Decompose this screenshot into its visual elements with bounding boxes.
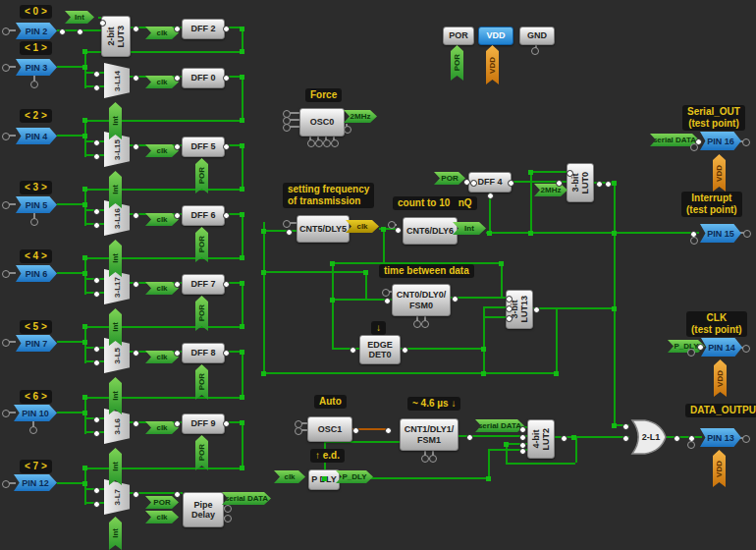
net-wire[interactable] [84, 326, 242, 328]
vtag-int-l7[interactable]: Int [109, 517, 122, 550]
net-wire[interactable] [263, 372, 556, 374]
net-wire[interactable] [242, 77, 243, 120]
net-wire[interactable] [84, 51, 86, 88]
pin-10[interactable]: PIN 10 [14, 405, 57, 421]
block-dff6[interactable]: DFF 6 [182, 205, 225, 226]
mux-3-l17[interactable]: 3-L17 [104, 269, 130, 304]
net-wire[interactable] [399, 348, 483, 350]
block-cnt1-dly1-fsm1[interactable]: CNT1/DLY1/ FSM1 [400, 418, 459, 451]
vtag-por-dff7[interactable]: POR [195, 296, 208, 331]
pin-12[interactable]: PIN 12 [14, 474, 57, 491]
net-wire[interactable] [483, 316, 506, 318]
block-cnt5-dly5[interactable]: CNT5/DLY5 [297, 215, 350, 243]
block-4bit-lut2[interactable]: 4-bit LUT2 [527, 419, 555, 459]
tag-clk-cnt5[interactable]: clk [346, 220, 379, 233]
net-wire[interactable] [84, 397, 86, 434]
net-label-2[interactable]: < 2 > [20, 109, 52, 123]
tag-clk-pipe[interactable]: clk [145, 511, 179, 523]
mux-3-l5[interactable]: 3-L5 [104, 338, 130, 373]
pin-7[interactable]: PIN 7 [16, 335, 57, 352]
net-wire[interactable] [365, 271, 367, 300]
net-wire[interactable] [84, 468, 242, 469]
pin-5[interactable]: PIN 5 [16, 196, 57, 213]
pin-13[interactable]: PIN 13 [700, 428, 741, 447]
net-label-4[interactable]: < 4 > [20, 249, 52, 263]
down-arrow-label[interactable]: ↓ [371, 321, 386, 335]
tag-2mhz-osc0[interactable]: 2MHz [344, 110, 377, 123]
or-gate-2-l1[interactable]: 2-L1 [629, 418, 669, 456]
vtag-vdd-pin14[interactable]: VDD [714, 359, 727, 397]
vtag-int-l15[interactable]: Int [109, 171, 122, 208]
net-wire[interactable] [242, 352, 243, 397]
net-wire[interactable] [57, 412, 84, 413]
net-wire[interactable] [486, 232, 699, 234]
clk-testpoint-label[interactable]: CLK (test point) [686, 311, 747, 337]
tag-int-cnt6[interactable]: Int [453, 222, 486, 235]
vtag-por-dff9[interactable]: POR [195, 435, 208, 470]
mux-3-l6[interactable]: 3-L6 [104, 409, 130, 444]
freq-label[interactable]: setting frequency of transmission [283, 183, 374, 208]
block-3bit-lut0[interactable]: 3-bit LUT0 [567, 163, 594, 202]
delay-label[interactable]: ~ 4.6 µs ↓ [407, 397, 460, 411]
net-wire[interactable] [242, 145, 243, 189]
net-wire[interactable] [84, 326, 86, 363]
pin-15[interactable]: PIN 15 [700, 224, 741, 243]
block-por[interactable]: POR [443, 27, 474, 45]
net-wire[interactable] [84, 120, 86, 157]
net-wire[interactable] [290, 112, 299, 114]
net-wire[interactable] [84, 189, 242, 191]
net-label-5[interactable]: < 5 > [20, 320, 52, 334]
mux-3-l14[interactable]: 3-L14 [104, 63, 130, 98]
net-wire[interactable] [483, 306, 506, 308]
tag-2mhz-lut0[interactable]: 2MHz [534, 184, 567, 196]
vtag-vdd-block[interactable]: VDD [486, 45, 499, 84]
pin-4[interactable]: PIN 4 [16, 128, 57, 144]
tag-clk-pdly[interactable]: clk [274, 470, 305, 483]
net-wire[interactable] [84, 257, 86, 295]
net-wire[interactable] [57, 203, 84, 205]
tag-por-dff4[interactable]: POR [434, 172, 465, 185]
net-wire[interactable] [501, 262, 503, 298]
net-wire[interactable] [57, 66, 84, 68]
net-label-7[interactable]: < 7 > [20, 460, 52, 473]
vtag-por-dff8[interactable]: POR [195, 364, 208, 400]
block-cnt6-dly6[interactable]: CNT6/DLY6 [403, 217, 458, 245]
block-dff9[interactable]: DFF 9 [182, 413, 225, 434]
net-wire[interactable] [57, 341, 84, 343]
vtag-int-l16[interactable]: Int [109, 240, 122, 277]
pin-2[interactable]: PIN 2 [16, 23, 57, 39]
net-label-0[interactable]: < 0 > [20, 5, 52, 19]
net-wire[interactable] [84, 468, 86, 505]
net-wire[interactable] [242, 28, 243, 51]
tag-serial-data-pipe[interactable]: serial DATA [222, 492, 271, 505]
tag-serial-data-lut2[interactable]: serial DATA [475, 419, 524, 432]
block-gnd[interactable]: GND [519, 27, 555, 45]
net-label-6[interactable]: < 6 > [20, 390, 52, 404]
net-wire[interactable] [57, 482, 84, 484]
block-dff2[interactable]: DFF 2 [182, 19, 225, 39]
block-cnt0-dly0-fsm0[interactable]: CNT0/DLY0/ FSM0 [392, 284, 451, 316]
force-label[interactable]: Force [305, 88, 342, 102]
net-wire[interactable] [57, 135, 84, 137]
net-wire[interactable] [506, 463, 575, 465]
block-osc0[interactable]: OSC0 [299, 108, 345, 137]
net-wire[interactable] [84, 397, 242, 399]
count-label[interactable]: count to 10 nQ [393, 196, 477, 210]
time-label[interactable]: time between data [379, 264, 474, 278]
vtag-vdd-pin16[interactable]: VDD [713, 154, 726, 192]
net-wire[interactable] [242, 422, 243, 468]
net-wire[interactable] [531, 307, 614, 309]
edge-detect-label[interactable]: ↑ e.d. [310, 449, 345, 463]
data-output-label[interactable]: DATA_OUTPUT [685, 404, 756, 417]
net-label-1[interactable]: < 1 > [20, 41, 52, 55]
net-wire[interactable] [488, 449, 490, 478]
pin-16[interactable]: PIN 16 [700, 132, 741, 150]
pin-6[interactable]: PIN 6 [16, 265, 57, 282]
mux-3-l16[interactable]: 3-L16 [104, 200, 130, 236]
net-label-3[interactable]: < 3 > [20, 181, 52, 194]
block-dff7[interactable]: DFF 7 [182, 274, 225, 295]
mux-3-l7[interactable]: 3-L7 [104, 479, 130, 515]
net-wire[interactable] [242, 283, 243, 326]
vtag-int-l5[interactable]: Int [109, 377, 122, 414]
block-vdd[interactable]: VDD [478, 27, 513, 45]
